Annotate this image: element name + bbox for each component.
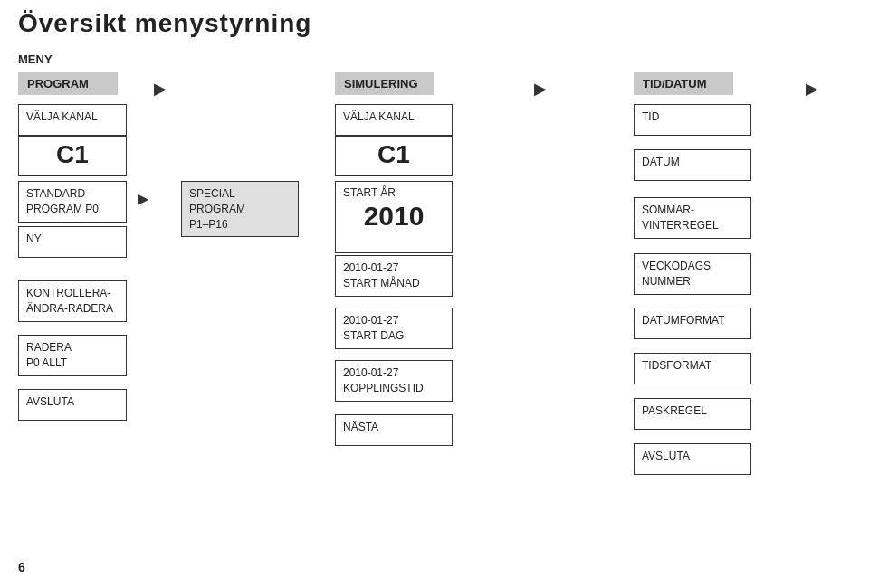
standard-program-p0[interactable]: STANDARD- PROGRAM P0 (18, 181, 127, 223)
nasta[interactable]: NÄSTA (335, 414, 453, 446)
veckodags-nummer[interactable]: VECKODAGS NUMMER (634, 253, 751, 295)
kopplingstid[interactable]: 2010-01-27 KOPPLINGSTID (335, 360, 453, 402)
valja-kanal-2[interactable]: VÄLJA KANAL (335, 104, 453, 136)
datumformat[interactable]: DATUMFORMAT (634, 308, 751, 339)
kontrollera-andra-radera[interactable]: KONTROLLERA- ÄNDRA-RADERA (18, 280, 127, 322)
column-header-simulering: SIMULERING (335, 72, 434, 95)
column-header-tid-datum: TID/DATUM (634, 72, 733, 95)
meny-label: MENY (18, 52, 53, 66)
arrow-icon-1: ▶ (534, 79, 547, 99)
valja-kanal-1[interactable]: VÄLJA KANAL (18, 104, 127, 136)
page-title: Översikt menystyrning (18, 9, 311, 38)
avsluta-1[interactable]: AVSLUTA (18, 389, 127, 421)
c1-2[interactable]: C1 (335, 136, 453, 176)
start-manad[interactable]: 2010-01-27 START MÅNAD (335, 255, 453, 297)
arrow-icon-0: ▶ (154, 79, 167, 99)
paskregel[interactable]: PASKREGEL (634, 398, 751, 430)
start-ar-2010[interactable]: START ÅR2010 (335, 181, 453, 253)
avsluta-3[interactable]: AVSLUTA (634, 443, 751, 475)
radera-p0-allt[interactable]: RADERA P0 ALLT (18, 335, 127, 376)
column-header-program: PROGRAM (18, 72, 118, 95)
tid[interactable]: TID (634, 104, 751, 136)
c1-1[interactable]: C1 (18, 136, 127, 176)
datum[interactable]: DATUM (634, 149, 751, 181)
start-dag[interactable]: 2010-01-27 START DAG (335, 308, 453, 349)
ny[interactable]: NY (18, 226, 127, 258)
arrow-program-special-icon: ▶ (138, 190, 148, 207)
arrow-icon-2: ▶ (806, 79, 818, 99)
special-program[interactable]: SPECIAL- PROGRAM P1–P16 (181, 181, 299, 237)
page-number: 6 (18, 560, 25, 574)
tidsformat[interactable]: TIDSFORMAT (634, 353, 751, 384)
sommar-vinterregel[interactable]: SOMMAR- VINTERREGEL (634, 197, 751, 239)
